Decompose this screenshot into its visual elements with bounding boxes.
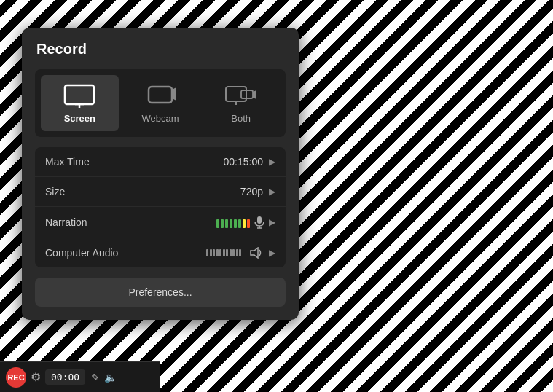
bar-7 bbox=[243, 219, 246, 228]
bar-8 bbox=[247, 219, 250, 228]
screen-icon bbox=[63, 84, 95, 109]
bar-1 bbox=[216, 219, 219, 228]
audio-chevron: ▶ bbox=[269, 248, 275, 258]
mode-both-button[interactable]: Both bbox=[202, 75, 280, 131]
bottom-bar: REC ⚙ 00:00 ✎ 🔈 bbox=[0, 361, 160, 392]
audio-bars bbox=[206, 248, 241, 258]
audio-meter bbox=[133, 247, 264, 259]
webcam-label: Webcam bbox=[141, 113, 179, 124]
panel-title: Record bbox=[35, 41, 286, 58]
bar-6 bbox=[238, 219, 241, 228]
narration-bars bbox=[216, 216, 250, 228]
svg-rect-5 bbox=[226, 87, 246, 101]
abar-11 bbox=[239, 249, 241, 256]
abar-2 bbox=[210, 249, 212, 256]
narration-row[interactable]: Narration bbox=[35, 207, 286, 238]
svg-rect-3 bbox=[149, 87, 172, 103]
narration-meter bbox=[133, 216, 264, 229]
max-time-chevron: ▶ bbox=[269, 157, 275, 167]
abar-4 bbox=[216, 249, 219, 256]
both-icon bbox=[225, 84, 257, 109]
volume-icon[interactable]: 🔈 bbox=[104, 372, 117, 383]
size-chevron: ▶ bbox=[269, 187, 275, 197]
svg-marker-4 bbox=[172, 87, 176, 101]
svg-marker-13 bbox=[251, 248, 258, 258]
preferences-button[interactable]: Preferences... bbox=[35, 278, 286, 307]
svg-rect-10 bbox=[257, 216, 262, 224]
webcam-icon bbox=[144, 84, 176, 109]
gear-button[interactable]: ⚙ bbox=[31, 370, 41, 384]
bar-4 bbox=[230, 219, 232, 228]
abar-1 bbox=[206, 249, 208, 256]
mode-selector: Screen Webcam B bbox=[35, 69, 286, 137]
max-time-label: Max Time bbox=[45, 156, 133, 168]
max-time-value: 00:15:00 bbox=[133, 156, 263, 168]
mode-screen-button[interactable]: Screen bbox=[41, 75, 119, 131]
abar-10 bbox=[236, 249, 238, 256]
computer-audio-label: Computer Audio bbox=[45, 247, 133, 259]
record-panel: Record Screen Webcam bbox=[22, 28, 299, 320]
abar-5 bbox=[219, 249, 221, 256]
computer-audio-row[interactable]: Computer Audio bbox=[35, 238, 286, 267]
abar-7 bbox=[226, 249, 228, 256]
mic-icon bbox=[254, 216, 264, 229]
max-time-row[interactable]: Max Time 00:15:00 ▶ bbox=[35, 147, 286, 177]
abar-8 bbox=[230, 249, 232, 256]
timer-display: 00:00 bbox=[45, 369, 85, 385]
speaker-icon bbox=[250, 247, 263, 259]
svg-rect-0 bbox=[65, 85, 94, 104]
pencil-icon[interactable]: ✎ bbox=[91, 372, 100, 383]
size-value: 720p bbox=[133, 186, 263, 197]
both-label: Both bbox=[231, 113, 251, 124]
mode-webcam-button[interactable]: Webcam bbox=[122, 75, 200, 131]
rec-button[interactable]: REC bbox=[6, 367, 26, 388]
settings-section: Max Time 00:15:00 ▶ Size 720p ▶ Narratio… bbox=[35, 147, 286, 267]
abar-6 bbox=[223, 249, 225, 256]
screen-label: Screen bbox=[64, 113, 95, 124]
bar-3 bbox=[225, 219, 228, 228]
svg-marker-9 bbox=[253, 90, 256, 99]
abar-9 bbox=[232, 249, 235, 256]
abar-3 bbox=[213, 249, 215, 256]
bar-2 bbox=[221, 219, 224, 228]
size-row[interactable]: Size 720p ▶ bbox=[35, 177, 286, 207]
bar-5 bbox=[234, 219, 237, 228]
narration-label: Narration bbox=[45, 216, 133, 228]
narration-chevron: ▶ bbox=[269, 217, 275, 227]
size-label: Size bbox=[45, 186, 133, 197]
